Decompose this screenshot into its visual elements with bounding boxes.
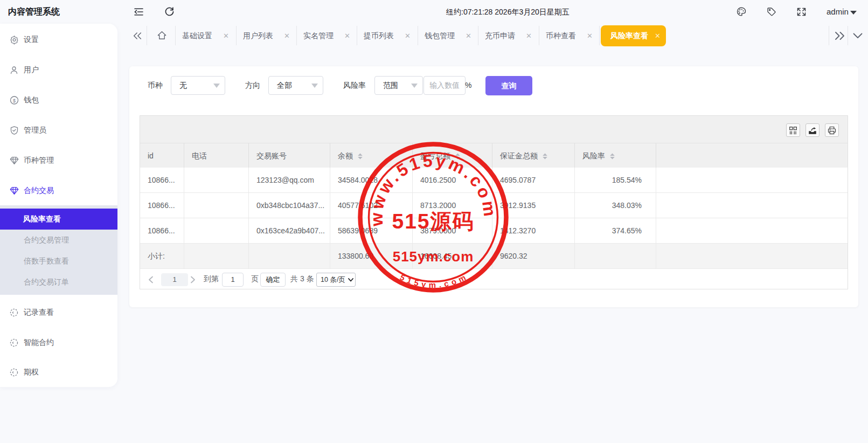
svg-text:515ym.com: 515ym.com [393, 248, 474, 265]
svg-text:$: $ [13, 98, 16, 103]
svg-text:515源码: 515源码 [392, 210, 474, 233]
